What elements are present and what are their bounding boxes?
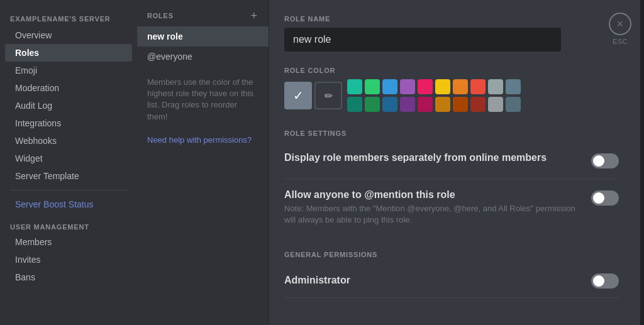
esc-button[interactable]: × ESC (609, 13, 631, 45)
checkmark-icon: ✓ (293, 88, 304, 103)
color-swatch-6[interactable] (453, 79, 468, 94)
main-content: × ESC ROLE NAME ROLE COLOR ✓ ✏ ROLE SETT… (269, 0, 644, 325)
color-swatch-19[interactable] (506, 97, 521, 112)
role-name-input[interactable] (284, 28, 561, 52)
color-swatch-8[interactable] (488, 79, 503, 94)
color-swatch-17[interactable] (470, 97, 486, 112)
sidebar-item-audit-log[interactable]: Audit Log (5, 97, 132, 114)
sidebar-item-bans[interactable]: Bans (5, 268, 132, 286)
color-swatch-14[interactable] (418, 97, 433, 112)
sidebar-item-emoji[interactable]: Emoji (5, 62, 132, 79)
administrator-title: Administrator (284, 275, 350, 286)
setting-row-display-separately: Display role members separately from onl… (284, 142, 619, 179)
color-swatch-16[interactable] (453, 97, 468, 112)
sidebar-item-widget[interactable]: Widget (5, 150, 132, 167)
color-swatch-18[interactable] (488, 97, 503, 112)
permissions-row-administrator: Administrator (284, 263, 619, 298)
sidebar-item-server-boost[interactable]: Server Boost Status (5, 196, 132, 213)
administrator-toggle[interactable] (591, 273, 619, 289)
general-permissions-section: GENERAL PERMISSIONS Administrator (284, 251, 619, 298)
role-name-section-label: ROLE NAME (284, 15, 619, 23)
setting-row-allow-mention: Allow anyone to @mention this role Note:… (284, 179, 619, 236)
esc-circle-icon[interactable]: × (609, 13, 631, 35)
sidebar-item-server-template[interactable]: Server Template (5, 167, 132, 185)
roles-add-button[interactable]: + (249, 10, 258, 21)
allow-mention-toggle[interactable] (591, 190, 619, 206)
role-settings-label: ROLE SETTINGS (284, 129, 619, 137)
selected-color-swatch[interactable]: ✓ (284, 82, 312, 109)
roles-hint: Members use the color of the highest rol… (137, 67, 269, 133)
color-swatch-5[interactable] (435, 79, 450, 94)
color-swatch-3[interactable] (400, 79, 415, 94)
roles-help-link[interactable]: Need help with permissions? (137, 135, 269, 145)
role-color-label: ROLE COLOR (284, 67, 619, 74)
pencil-icon: ✏ (325, 90, 333, 102)
user-management-label: USER MANAGEMENT (0, 213, 137, 233)
sidebar-item-roles[interactable]: Roles (5, 44, 132, 62)
roles-panel: ROLES + new role @everyone Members use t… (137, 0, 269, 325)
roles-header: ROLES + (137, 10, 269, 26)
role-settings-section: ROLE SETTINGS Display role members separ… (284, 129, 619, 236)
color-swatch-13[interactable] (400, 97, 415, 112)
color-swatch-4[interactable] (418, 79, 433, 94)
color-grid (347, 79, 521, 112)
sidebar-item-invites[interactable]: Invites (5, 251, 132, 268)
allow-mention-desc: Note: Members with the "Mention @everyon… (284, 203, 581, 226)
sidebar-item-members[interactable]: Members (5, 233, 132, 251)
display-separately-toggle[interactable] (591, 153, 619, 168)
sidebar-item-webhooks[interactable]: Webhooks (5, 132, 132, 150)
sidebar-item-moderation[interactable]: Moderation (5, 79, 132, 97)
roles-header-label: ROLES (147, 12, 174, 19)
color-swatch-1[interactable] (365, 79, 380, 94)
color-swatch-10[interactable] (347, 97, 362, 112)
esc-label: ESC (613, 38, 628, 45)
server-name: EXAMPLENAME'S SERVER (0, 10, 137, 26)
color-swatch-11[interactable] (365, 97, 380, 112)
general-permissions-label: GENERAL PERMISSIONS (284, 251, 619, 258)
color-picker-button[interactable]: ✏ (314, 82, 342, 109)
role-item-new-role[interactable]: new role (137, 26, 269, 47)
color-swatch-9[interactable] (506, 79, 521, 94)
color-swatch-0[interactable] (347, 79, 362, 94)
display-separately-title: Display role members separately from onl… (284, 152, 581, 163)
color-swatch-12[interactable] (382, 97, 397, 112)
color-swatch-2[interactable] (382, 79, 397, 94)
scrollbar[interactable] (640, 0, 644, 325)
sidebar-item-integrations[interactable]: Integrations (5, 114, 132, 132)
color-swatch-7[interactable] (470, 79, 486, 94)
role-color-section: ROLE COLOR ✓ ✏ (284, 67, 619, 112)
sidebar-item-overview[interactable]: Overview (5, 26, 132, 44)
color-swatch-15[interactable] (435, 97, 450, 112)
sidebar: EXAMPLENAME'S SERVER Overview Roles Emoj… (0, 0, 137, 325)
allow-mention-title: Allow anyone to @mention this role (284, 189, 581, 201)
color-swatches-row: ✓ ✏ (284, 79, 619, 112)
role-item-everyone[interactable]: @everyone (137, 47, 269, 67)
sidebar-divider-1 (10, 190, 127, 190)
